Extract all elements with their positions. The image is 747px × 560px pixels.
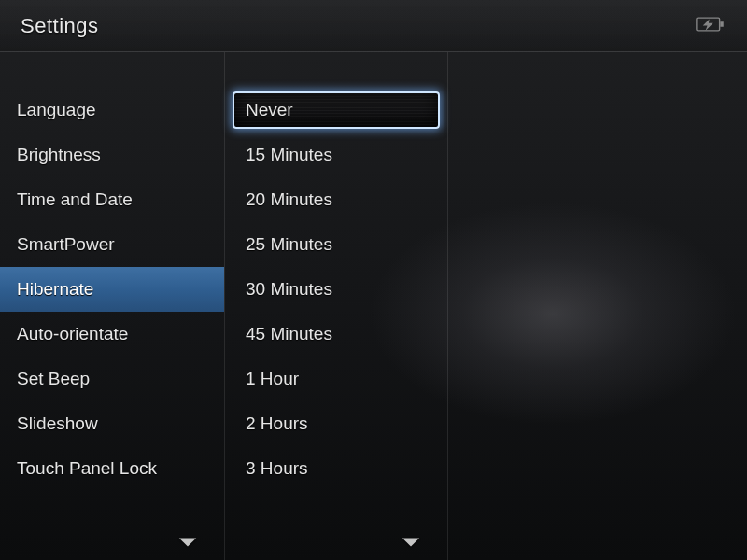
option-item-label: 45 Minutes — [246, 324, 332, 344]
category-item-label: SmartPower — [17, 234, 115, 255]
chevron-down-icon — [177, 536, 198, 553]
option-item-15-minutes[interactable]: 15 Minutes — [225, 133, 447, 177]
category-item-label: Language — [17, 100, 96, 120]
category-item-label: Touch Panel Lock — [17, 458, 157, 479]
svg-marker-3 — [179, 538, 196, 546]
option-item-1-hour[interactable]: 1 Hour — [225, 357, 447, 401]
columns: Language Brightness Time and Date SmartP… — [0, 52, 747, 560]
option-item-3-hours[interactable]: 3 Hours — [225, 446, 447, 491]
category-item-label: Auto-orientate — [17, 324, 128, 344]
category-item-label: Hibernate — [17, 279, 93, 300]
svg-marker-4 — [402, 538, 419, 546]
option-item-45-minutes[interactable]: 45 Minutes — [225, 312, 447, 357]
option-item-label: 1 Hour — [246, 369, 299, 389]
hibernate-options-list: Never 15 Minutes 20 Minutes 25 Minutes 3… — [225, 52, 447, 491]
category-item-touch-panel-lock[interactable]: Touch Panel Lock — [0, 446, 224, 491]
option-item-label: 25 Minutes — [246, 234, 332, 255]
option-item-30-minutes[interactable]: 30 Minutes — [225, 267, 447, 312]
option-item-20-minutes[interactable]: 20 Minutes — [225, 177, 447, 222]
category-item-time-and-date[interactable]: Time and Date — [0, 177, 224, 222]
titlebar: Settings — [0, 0, 747, 52]
category-item-label: Set Beep — [17, 369, 90, 389]
option-item-2-hours[interactable]: 2 Hours — [225, 401, 447, 446]
svg-rect-1 — [720, 21, 723, 27]
option-item-never[interactable]: Never — [225, 88, 447, 133]
settings-category-column: Language Brightness Time and Date SmartP… — [0, 52, 224, 560]
battery-charging-icon — [695, 14, 726, 38]
category-item-label: Time and Date — [17, 189, 133, 210]
category-item-label: Brightness — [17, 145, 101, 165]
category-item-language[interactable]: Language — [0, 88, 224, 133]
category-item-brightness[interactable]: Brightness — [0, 133, 224, 177]
category-item-set-beep[interactable]: Set Beep — [0, 357, 224, 401]
option-item-label: 3 Hours — [246, 458, 308, 479]
option-item-25-minutes[interactable]: 25 Minutes — [225, 222, 447, 267]
category-item-smartpower[interactable]: SmartPower — [0, 222, 224, 267]
settings-category-list: Language Brightness Time and Date SmartP… — [0, 52, 224, 491]
page-title: Settings — [21, 14, 99, 38]
option-item-label: 2 Hours — [246, 413, 308, 434]
category-item-slideshow[interactable]: Slideshow — [0, 401, 224, 446]
category-item-auto-orientate[interactable]: Auto-orientate — [0, 312, 224, 357]
middle-scroll-down-hint[interactable] — [225, 536, 447, 553]
chevron-down-icon — [401, 536, 421, 553]
settings-detail-column — [448, 52, 747, 560]
left-scroll-down-hint[interactable] — [0, 536, 224, 553]
svg-marker-2 — [703, 19, 713, 30]
option-item-label: 30 Minutes — [246, 279, 332, 300]
option-item-label: 15 Minutes — [246, 145, 332, 165]
option-item-label: 20 Minutes — [246, 189, 332, 210]
settings-options-column: Never 15 Minutes 20 Minutes 25 Minutes 3… — [224, 52, 448, 560]
category-item-label: Slideshow — [17, 413, 98, 434]
category-item-hibernate[interactable]: Hibernate — [0, 267, 224, 312]
option-item-label: Never — [246, 100, 293, 120]
